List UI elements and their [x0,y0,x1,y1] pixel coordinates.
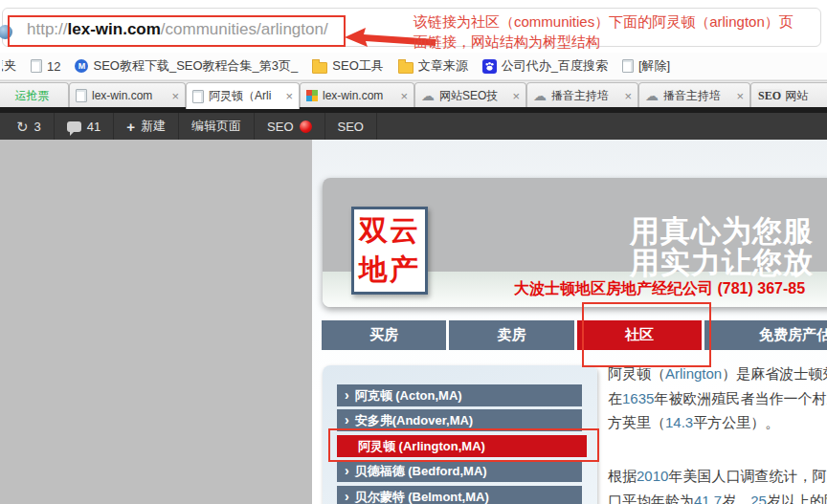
annotation-note: 该链接为社区（communities）下面的阿灵顿（arlington）页 面链… [414,11,827,52]
bookmark-label: 藏夹 [2,57,16,75]
latin-text: 25 [750,493,767,504]
plus-icon: + [126,120,135,134]
browser-tab[interactable]: ☁播音主持培× [638,82,750,108]
adminbar-item-label: SEO [338,120,364,134]
bookmark-label: 12 [47,59,60,74]
bookmark-item[interactable]: [解除] [622,57,670,75]
adminbar-item[interactable]: 41 [55,113,114,140]
colorful-grid-icon [306,90,318,101]
adminbar-item[interactable]: 编辑页面 [179,113,255,140]
annotation-sidebar-box [328,428,599,462]
adminbar-item[interactable]: SEO [255,113,324,140]
bookmark-item[interactable]: 公司代办_百度搜索 [482,57,608,75]
tab-title: lex-win.com [92,89,167,102]
bookmark-label: SEO教程下载_SEO教程合集_第3页_ [93,57,298,75]
cn-text: 年被欧洲殖民者当作一个村庄 [654,390,827,406]
nav-item-label: 免费房产估价 [759,326,827,344]
adminbar-item-label: SEO [267,120,293,134]
tab-title-bold: SEO [757,89,782,102]
tab-close-icon[interactable]: × [736,90,744,102]
adminbar-item-label: 3 [34,120,41,134]
bookmark-label: 文章来源 [418,57,468,75]
logo-line-2: 地产 [354,250,425,289]
bookmark-item[interactable]: 文章来源 [398,57,468,75]
tab-close-icon[interactable]: × [512,90,520,102]
site-logo[interactable]: 双云 地产 [351,207,428,295]
browser-tab[interactable]: lex-win.com× [69,82,186,108]
chevron-right-icon: › [345,413,349,427]
tab-close-icon[interactable]: × [400,90,408,102]
cn-text: 年美国人口调查统计，阿灵 [668,468,827,484]
annotation-note-line-1: 该链接为社区（communities）下面的阿灵顿（arlington）页 [414,11,827,32]
browser-tab[interactable]: 运抢票 [0,82,69,108]
page-icon [192,90,204,103]
content-text-line: 口平均年龄为41.7岁。25岁以上的阿 [608,489,827,504]
content-paragraph-1: 阿灵顿（Arlington）是麻省波士顿郊在1635年被欧洲殖民者当作一个村庄方… [608,362,827,435]
cn-text: 阿灵顿（ [608,365,665,382]
cloud-icon: ☁ [533,89,547,102]
bookmark-item[interactable]: 藏夹 [2,57,16,75]
adminbar-item[interactable]: ↻3 [4,113,55,140]
latin-text: 41.7 [694,493,722,504]
bookmark-item[interactable]: 12 [31,59,60,74]
latin-text: Arlington [665,365,722,382]
tab-title: 阿灵顿（Arli [209,88,280,104]
nav-item-label: 卖房 [498,326,526,344]
browser-window: http://lex-win.com/communities/arlington… [0,0,827,504]
tab-close-icon[interactable]: × [285,90,293,102]
refresh-icon: ↻ [16,120,29,134]
tab-title: 播音主持培 [663,88,731,104]
cn-text: ）是麻省波士顿郊 [722,365,827,382]
tab-close-icon[interactable]: × [171,90,179,102]
cn-text: 口平均年龄为 [608,493,694,504]
latin-text: 14.3 [665,414,693,430]
nav-item[interactable]: 买房 [322,320,446,350]
tab-title: SEO 网站 [757,88,827,104]
browser-tab[interactable]: ☁网站SEO技× [414,82,526,108]
page-icon [76,89,87,102]
nav-item[interactable]: 免费房产估价 [704,320,827,350]
baidu-paw-icon [482,59,497,74]
nav-item-label: 买房 [369,326,398,344]
annotation-note-line-2: 面链接，网站结构为树型结构 [414,32,827,52]
cloud-icon: ☁ [645,89,659,102]
admin-toolbar: ↻341+新建编辑页面SEOSEO [0,113,827,140]
adminbar-item[interactable]: +新建 [114,113,179,140]
adminbar-item-label: 新建 [141,118,166,135]
tab-title: 播音主持培 [551,88,619,104]
latin-text: 1635 [622,390,654,406]
sidebar-item-label: 安多弗(Andover,MA) [355,412,474,429]
browser-tab[interactable]: ☁播音主持培× [526,82,638,108]
chevron-right-icon: › [345,388,349,402]
browser-tab[interactable]: 阿灵顿（Arli× [186,82,300,109]
slogan-line-2: 用实力让您放 [630,243,814,283]
annotation-nav-box [582,302,711,367]
cn-text: 方英里（ [608,414,665,430]
page-icon [31,59,42,73]
tab-title: lex-win.com [323,89,395,102]
sidebar-community-item[interactable]: ›阿克顿 (Acton,MA) [337,384,582,406]
tab-close-icon[interactable]: × [624,90,632,102]
cn-text: 岁以上的阿 [767,493,827,504]
folder-icon [398,62,414,74]
cloud-icon: ☁ [421,89,435,102]
content-text-line: 根据2010年美国人口调查统计，阿灵 [608,464,827,489]
sidebar-community-item[interactable]: ›贝德福德 (Bedford,MA) [337,460,582,482]
content-paragraph-2: 根据2010年美国人口调查统计，阿灵口平均年龄为41.7岁。25岁以上的阿 [608,464,827,504]
nav-item[interactable]: 卖房 [449,320,574,350]
adminbar-item[interactable]: SEO [325,113,377,140]
bookmark-label: 公司代办_百度搜索 [502,57,608,75]
browser-tab[interactable]: lex-win.com× [300,82,414,108]
sidebar-item-label: 贝德福德 (Bedford,MA) [355,463,487,480]
sidebar-community-item[interactable]: ›贝尔蒙特 (Belmont,MA) [337,486,582,504]
bookmark-item[interactable]: SEO工具 [312,57,383,75]
content-text-line: 方英里（14.3平方公里）。 [608,410,827,435]
page-outer-background [0,140,312,504]
bookmark-item[interactable]: MSEO教程下载_SEO教程合集_第3页_ [75,57,298,75]
folder-icon [312,62,327,74]
sidebar-item-label: 阿克顿 (Acton,MA) [355,387,462,405]
cn-text: 根据 [608,468,637,484]
chevron-right-icon: › [345,464,349,477]
chevron-right-icon: › [345,490,349,503]
browser-tab[interactable]: SEO 网站 [750,82,827,108]
